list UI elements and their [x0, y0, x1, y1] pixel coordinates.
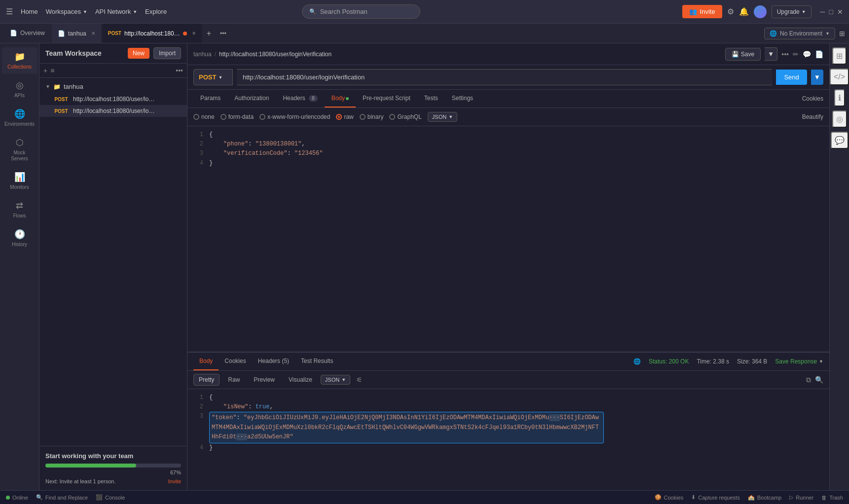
sidebar-item-environments[interactable]: 🌐 Environments	[2, 105, 37, 131]
url-input[interactable]	[237, 69, 772, 85]
collections-more-icon[interactable]: •••	[176, 67, 183, 74]
tab-add-button[interactable]: +	[203, 29, 215, 38]
environment-selector[interactable]: 🌐 No Environment ▼	[764, 28, 835, 39]
resp-filter-icon[interactable]: ⚟	[356, 376, 363, 384]
upgrade-button[interactable]: Upgrade ▼	[772, 5, 812, 18]
send-dropdown-button[interactable]: ▼	[811, 70, 823, 85]
tab-authorization[interactable]: Authorization	[227, 90, 276, 108]
body-none-option[interactable]: none	[193, 113, 215, 120]
body-binary-option[interactable]: binary	[360, 113, 384, 120]
save-response-button[interactable]: Save Response ▼	[775, 358, 823, 365]
resp-tab-test-results[interactable]: Test Results	[295, 353, 339, 370]
minimize-button[interactable]: ─	[820, 8, 825, 16]
resp-copy-icon[interactable]: ⧉	[806, 376, 811, 384]
runner-button[interactable]: ▷ Runner	[789, 494, 813, 501]
save-dropdown-button[interactable]: ▼	[765, 47, 777, 61]
add-collection-icon[interactable]: +	[43, 67, 47, 74]
tab2-close-icon[interactable]: ✕	[192, 31, 196, 36]
tab-pre-request-script[interactable]: Pre-request Script	[356, 90, 417, 108]
breadcrumb-more-icon[interactable]: •••	[781, 50, 789, 58]
request-body-editor[interactable]: 1 { 2 "phone": "13800138001", 3 "verific…	[187, 126, 829, 352]
breadcrumb-info-icon[interactable]: 📄	[815, 50, 823, 58]
resp-visualize-tab[interactable]: Visualize	[283, 374, 318, 386]
resp-tab-cookies[interactable]: Cookies	[219, 353, 252, 370]
right-panel-comment-icon[interactable]: 💬	[831, 132, 849, 149]
bootcamp-button[interactable]: 🏫 Bootcamp	[748, 494, 782, 501]
body-graphql-option[interactable]: GraphQL	[389, 113, 421, 120]
request-item-1[interactable]: POST http://localhost:18080/user/lo…	[39, 93, 187, 105]
response-format-selector[interactable]: JSON ▼	[321, 375, 350, 385]
form-data-radio[interactable]	[221, 114, 226, 120]
right-panel-info-icon[interactable]: ℹ	[834, 89, 845, 107]
bell-icon[interactable]: 🔔	[739, 7, 749, 16]
console-button[interactable]: ⬛ Console	[96, 494, 125, 501]
breadcrumb-actions: 💾 Save ▼ ••• ✏ 💬 📄	[725, 47, 823, 61]
binary-radio[interactable]	[360, 114, 366, 120]
workspaces-nav[interactable]: Workspaces ▼	[46, 8, 87, 15]
body-urlencoded-option[interactable]: x-www-form-urlencoded	[259, 113, 330, 120]
env-settings-icon[interactable]: ⊞	[839, 30, 845, 37]
find-replace-button[interactable]: 🔍 Find and Replace	[36, 494, 88, 501]
breadcrumb-collection[interactable]: tanhua	[193, 51, 212, 58]
settings-icon[interactable]: ⚙	[727, 7, 734, 16]
tab-body[interactable]: Body	[325, 90, 356, 108]
urlencoded-radio[interactable]	[259, 114, 265, 120]
breadcrumb-comment-icon[interactable]: 💬	[803, 50, 811, 58]
filter-icon[interactable]: ≡	[50, 67, 54, 74]
tab-more-icon[interactable]: •••	[216, 30, 230, 37]
raw-radio[interactable]	[336, 114, 342, 120]
sidebar-item-history[interactable]: 🕐 History	[2, 225, 37, 252]
menu-icon[interactable]: ☰	[6, 7, 13, 16]
bootcamp-icon: 🏫	[748, 494, 755, 501]
avatar[interactable]	[754, 5, 767, 18]
tab-tanhua[interactable]: 📄 tanhua ✕	[52, 24, 101, 43]
explore-nav[interactable]: Explore	[145, 8, 167, 15]
tab-params[interactable]: Params	[193, 90, 227, 108]
search-bar[interactable]: 🔍 Search Postman	[302, 4, 420, 19]
method-selector[interactable]: POST ▼	[193, 69, 233, 85]
sidebar-item-flows[interactable]: ⇄ Flows	[2, 196, 37, 223]
beautify-button[interactable]: Beautify	[802, 113, 823, 120]
body-raw-option[interactable]: raw	[336, 113, 353, 120]
graphql-radio[interactable]	[389, 114, 395, 120]
resp-search-icon[interactable]: 🔍	[815, 376, 823, 384]
tab-headers[interactable]: Headers 8	[276, 90, 324, 108]
maximize-button[interactable]: □	[829, 8, 833, 16]
import-button[interactable]: Import	[153, 47, 181, 59]
capture-requests-button[interactable]: ⬇ Capture requests	[691, 494, 739, 501]
sidebar-item-collections[interactable]: 📁 Collections	[2, 47, 37, 74]
breadcrumb-pencil-icon[interactable]: ✏	[793, 50, 799, 58]
cookies-link[interactable]: Cookies	[802, 95, 823, 102]
body-form-data-option[interactable]: form-data	[221, 113, 254, 120]
trash-button[interactable]: 🗑 Trash	[821, 494, 843, 501]
invite-link[interactable]: Invite	[168, 478, 181, 484]
tab-active-request[interactable]: POST http://localhost:180… ✕	[102, 24, 202, 43]
request-item-2[interactable]: POST http://localhost:18080/user/lo…	[39, 105, 187, 117]
send-button[interactable]: Send	[776, 70, 807, 85]
resp-raw-tab[interactable]: Raw	[222, 374, 245, 386]
cookies-bottom-button[interactable]: 🍪 Cookies	[655, 494, 684, 501]
invite-button[interactable]: 👥 Invite	[682, 5, 722, 18]
none-radio[interactable]	[193, 114, 199, 120]
resp-tab-body[interactable]: Body	[193, 353, 219, 370]
api-network-nav[interactable]: API Network ▼	[95, 8, 137, 15]
new-button[interactable]: New	[128, 48, 149, 59]
close-button[interactable]: ✕	[837, 8, 843, 16]
resp-preview-tab[interactable]: Preview	[248, 374, 280, 386]
resp-pretty-tab[interactable]: Pretty	[193, 374, 220, 386]
sidebar-item-monitors[interactable]: 📊 Monitors	[2, 168, 37, 194]
right-panel-cookies-icon[interactable]: ⊞	[832, 47, 847, 65]
resp-tab-headers[interactable]: Headers (5)	[252, 353, 295, 370]
sidebar-item-mock-servers[interactable]: ⬡ Mock Servers	[2, 133, 37, 166]
save-button[interactable]: 💾 Save	[725, 48, 761, 61]
collection-tanhua[interactable]: ▼ 📁 tanhua	[39, 80, 187, 93]
right-panel-code-icon[interactable]: </>	[830, 69, 849, 85]
right-panel-target-icon[interactable]: ◎	[832, 110, 847, 128]
tab-settings[interactable]: Settings	[445, 90, 480, 108]
tab-close-icon[interactable]: ✕	[91, 31, 95, 36]
sidebar-item-apis[interactable]: ◎ APIs	[2, 76, 37, 103]
body-format-selector[interactable]: JSON ▼	[428, 112, 457, 122]
tab-overview[interactable]: 📄 Overview	[4, 24, 51, 43]
home-nav[interactable]: Home	[21, 8, 38, 15]
tab-tests[interactable]: Tests	[417, 90, 445, 108]
